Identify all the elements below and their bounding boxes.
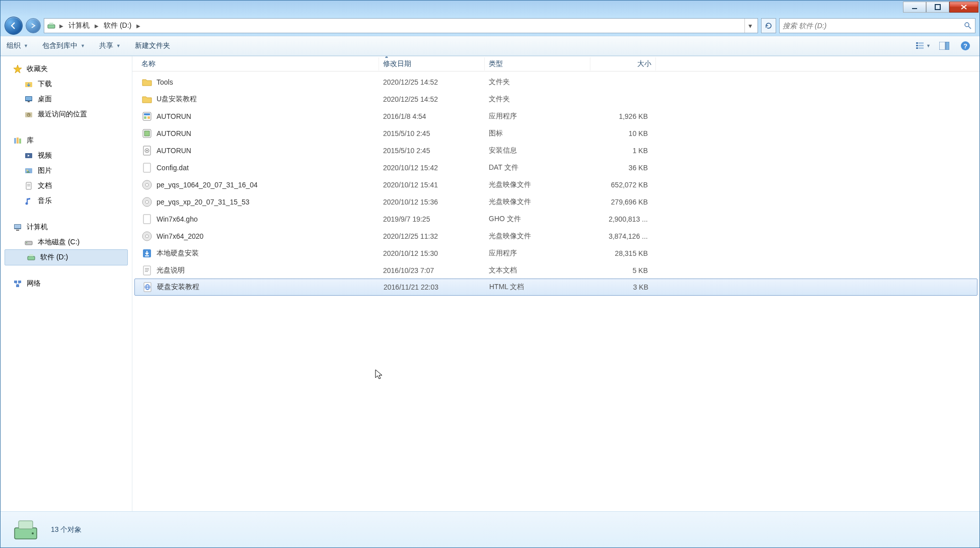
file-date: 2016/1/8 4:54 bbox=[379, 112, 485, 120]
column-header-name[interactable]: 名称 bbox=[137, 57, 379, 71]
sidebar-item-videos[interactable]: 视频 bbox=[3, 148, 130, 163]
share-label: 共享 bbox=[99, 41, 113, 50]
forward-button[interactable] bbox=[26, 18, 41, 33]
file-row[interactable]: U盘安装教程2020/12/25 14:52文件夹 bbox=[132, 91, 979, 108]
file-date: 2020/12/25 14:52 bbox=[379, 78, 485, 86]
forward-arrow-icon bbox=[30, 23, 36, 29]
file-type: 光盘映像文件 bbox=[485, 180, 590, 189]
libraries-header[interactable]: 库 bbox=[3, 133, 130, 148]
file-row[interactable]: AUTORUN2015/5/10 2:45安装信息1 KB bbox=[132, 142, 979, 159]
svg-rect-7 bbox=[919, 42, 924, 44]
file-row[interactable]: pe_yqs_1064_20_07_31_16_042020/10/12 15:… bbox=[132, 176, 979, 193]
file-date: 2015/5/10 2:45 bbox=[379, 129, 485, 138]
file-name: Win7x64.gho bbox=[157, 215, 198, 223]
network-header[interactable]: 网络 bbox=[3, 276, 130, 291]
column-header-type[interactable]: 类型 bbox=[485, 57, 590, 71]
svg-rect-20 bbox=[28, 101, 30, 102]
file-type: 图标 bbox=[485, 129, 590, 138]
file-row[interactable]: AUTORUN2016/1/8 4:54应用程序1,926 KB bbox=[132, 108, 979, 125]
svg-rect-23 bbox=[14, 138, 16, 144]
column-header-date[interactable]: 修改日期 bbox=[379, 57, 485, 71]
include-in-library-menu[interactable]: 包含到库中 ▼ bbox=[42, 41, 85, 50]
favorites-header[interactable]: 收藏夹 bbox=[3, 61, 130, 77]
svg-rect-43 bbox=[18, 281, 21, 283]
search-input[interactable] bbox=[783, 22, 964, 30]
svg-line-5 bbox=[968, 26, 971, 29]
svg-rect-13 bbox=[946, 42, 949, 50]
view-options-button[interactable]: ▼ bbox=[915, 39, 931, 52]
new-folder-button[interactable]: 新建文件夹 bbox=[135, 41, 170, 50]
svg-rect-12 bbox=[939, 42, 945, 50]
music-icon bbox=[24, 196, 34, 206]
sidebar-item-desktop[interactable]: 桌面 bbox=[3, 92, 130, 107]
file-type-icon bbox=[141, 94, 153, 105]
sidebar-item-documents[interactable]: 文档 bbox=[3, 178, 130, 193]
file-list-pane: ▲ 名称 修改日期 类型 大小 Tools2020/12/25 14:52文件夹… bbox=[132, 56, 979, 511]
file-date: 2020/12/25 11:32 bbox=[379, 232, 485, 240]
back-button[interactable] bbox=[5, 17, 23, 35]
sidebar-item-recent[interactable]: 最近访问的位置 bbox=[3, 107, 130, 122]
nav-group-computer: 计算机 本地磁盘 (C:) 软件 (D:) bbox=[3, 220, 130, 265]
help-icon: ? bbox=[960, 41, 970, 51]
file-size: 10 KB bbox=[590, 129, 656, 138]
search-box[interactable] bbox=[779, 18, 975, 33]
file-date: 2016/11/21 22:03 bbox=[380, 283, 485, 291]
svg-rect-8 bbox=[916, 45, 918, 46]
breadcrumb-arrow-icon: ▶ bbox=[95, 23, 99, 29]
svg-rect-1 bbox=[935, 5, 940, 10]
preview-pane-button[interactable] bbox=[936, 39, 952, 52]
column-headers: ▲ 名称 修改日期 类型 大小 bbox=[132, 56, 979, 72]
file-row[interactable]: Win7x64_20202020/12/25 11:32光盘映像文件3,874,… bbox=[132, 228, 979, 245]
file-row[interactable]: Tools2020/12/25 14:52文件夹 bbox=[132, 74, 979, 91]
svg-rect-11 bbox=[919, 47, 924, 49]
file-row[interactable]: Config.dat2020/10/12 15:42DAT 文件36 KB bbox=[132, 159, 979, 176]
file-row[interactable]: 硬盘安装教程2016/11/21 22:03HTML 文档3 KB bbox=[134, 279, 977, 296]
file-row[interactable]: 光盘说明2016/10/23 7:07文本文档5 KB bbox=[132, 262, 979, 279]
maximize-button[interactable] bbox=[926, 2, 949, 13]
file-row[interactable]: Win7x64.gho2019/9/7 19:25GHO 文件2,900,813… bbox=[132, 211, 979, 228]
file-date: 2020/10/12 15:36 bbox=[379, 198, 485, 206]
file-name: AUTORUN bbox=[157, 147, 191, 155]
sidebar-item-downloads[interactable]: 下载 bbox=[3, 77, 130, 92]
sidebar-item-pictures[interactable]: 图片 bbox=[3, 163, 130, 178]
svg-rect-24 bbox=[17, 138, 19, 144]
file-row[interactable]: pe_yqs_xp_20_07_31_15_532020/10/12 15:36… bbox=[132, 193, 979, 211]
svg-line-46 bbox=[18, 283, 20, 285]
file-type-icon bbox=[141, 162, 153, 173]
titlebar bbox=[1, 1, 979, 16]
file-type: GHO 文件 bbox=[485, 215, 590, 224]
sidebar-item-label: 桌面 bbox=[38, 95, 52, 104]
libraries-icon bbox=[13, 135, 23, 146]
file-row[interactable]: AUTORUN2015/5/10 2:45图标10 KB bbox=[132, 125, 979, 142]
svg-line-45 bbox=[16, 283, 18, 285]
address-dropdown[interactable]: ▾ bbox=[744, 19, 756, 33]
file-name: pe_yqs_1064_20_07_31_16_04 bbox=[157, 181, 258, 189]
preview-pane-icon bbox=[939, 42, 949, 50]
address-bar[interactable]: ▶ 计算机 ▶ 软件 (D:) ▶ ▾ bbox=[44, 18, 758, 33]
column-header-size[interactable]: 大小 bbox=[590, 57, 656, 71]
svg-point-60 bbox=[145, 200, 148, 203]
help-button[interactable]: ? bbox=[957, 39, 973, 52]
svg-rect-75 bbox=[19, 521, 33, 529]
maximize-icon bbox=[935, 4, 941, 10]
sidebar-item-music[interactable]: 音乐 bbox=[3, 193, 130, 209]
svg-rect-0 bbox=[912, 8, 917, 9]
file-row[interactable]: 本地硬盘安装2020/10/12 15:30应用程序28,315 KB bbox=[132, 245, 979, 262]
file-date: 2019/9/7 19:25 bbox=[379, 215, 485, 223]
computer-header[interactable]: 计算机 bbox=[3, 220, 130, 235]
file-size: 5 KB bbox=[590, 266, 656, 275]
breadcrumb-segment-computer[interactable]: 计算机 bbox=[66, 20, 92, 31]
breadcrumb-segment-drive[interactable]: 软件 (D:) bbox=[102, 20, 133, 31]
organize-menu[interactable]: 组织 ▼ bbox=[7, 41, 28, 50]
toolbar-right: ▼ ? bbox=[915, 39, 973, 52]
share-menu[interactable]: 共享 ▼ bbox=[99, 41, 121, 50]
sidebar-item-label: 文档 bbox=[38, 181, 52, 190]
file-type: 文本文档 bbox=[485, 266, 590, 275]
svg-rect-38 bbox=[25, 241, 32, 245]
sidebar-item-drive-c[interactable]: 本地磁盘 (C:) bbox=[3, 235, 130, 250]
refresh-button[interactable] bbox=[761, 18, 776, 33]
sidebar-item-drive-d[interactable]: 软件 (D:) bbox=[5, 249, 128, 265]
close-button[interactable] bbox=[949, 2, 978, 13]
refresh-icon bbox=[765, 22, 773, 30]
minimize-button[interactable] bbox=[903, 2, 926, 13]
